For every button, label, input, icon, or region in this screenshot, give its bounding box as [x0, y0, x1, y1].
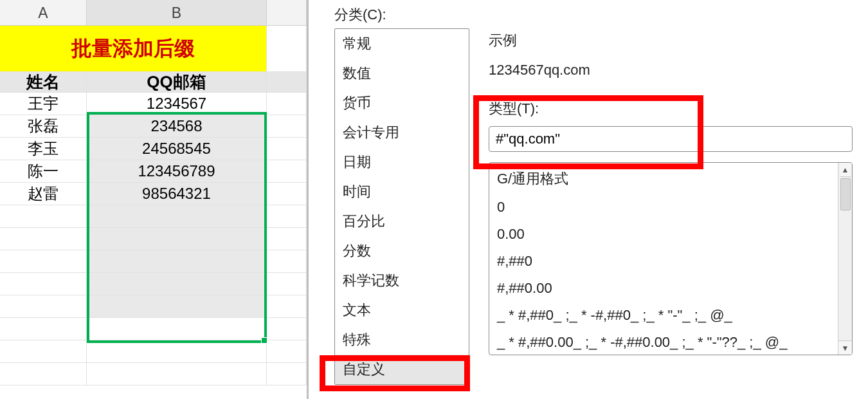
category-item-custom[interactable]: 自定义	[335, 355, 469, 384]
category-item[interactable]: 常规	[335, 29, 469, 59]
cell-name[interactable]: 李玉	[0, 138, 87, 160]
cell-blank[interactable]	[87, 340, 267, 362]
cell-qq[interactable]: 123456789	[87, 160, 267, 182]
spreadsheet-grid[interactable]: 批量添加后缀 姓名 QQ邮箱 王宇 1234567 张磊 234568 李玉 2…	[0, 26, 307, 385]
category-item[interactable]: 文本	[335, 295, 469, 325]
cell-blank[interactable]	[87, 250, 267, 272]
cell-blank[interactable]	[267, 160, 307, 182]
cell-blank[interactable]	[267, 250, 307, 272]
format-preset-list[interactable]: G/通用格式 0 0.00 #,##0 #,##0.00 _ * #,##0_ …	[489, 162, 853, 355]
cell-qq[interactable]: 24568545	[87, 138, 267, 160]
cell-blank[interactable]	[0, 340, 87, 362]
cell-blank[interactable]	[267, 228, 307, 250]
cell-name[interactable]: 王宇	[0, 93, 87, 115]
scroll-thumb[interactable]	[840, 178, 851, 210]
cell-blank[interactable]	[267, 138, 307, 160]
cell-blank[interactable]	[267, 340, 307, 362]
format-preset[interactable]: 0	[489, 194, 852, 221]
format-preset[interactable]: #,##0	[489, 248, 852, 275]
category-item[interactable]: 科学记数	[335, 266, 469, 295]
cell-blank[interactable]	[267, 318, 307, 340]
format-preset[interactable]: G/通用格式	[489, 164, 852, 194]
cell-blank[interactable]	[267, 115, 307, 137]
category-item[interactable]: 日期	[335, 147, 469, 177]
cell-blank[interactable]	[0, 250, 87, 272]
column-headers: A B	[0, 0, 307, 26]
scroll-up-icon[interactable]: ▲	[840, 163, 851, 177]
cell-blank[interactable]	[0, 273, 87, 295]
format-cells-dialog: 分类(C): 常规 数值 货币 会计专用 日期 时间 百分比 分数 科学记数 文…	[309, 0, 868, 399]
cell-blank[interactable]	[267, 205, 307, 227]
type-input[interactable]	[489, 126, 853, 152]
category-item[interactable]: 货币	[335, 88, 469, 118]
sample-label: 示例	[489, 31, 853, 50]
col-header-a[interactable]: A	[0, 0, 87, 25]
format-preset[interactable]: _ * #,##0.00_ ;_ * -#,##0.00_ ;_ * "-"??…	[489, 329, 852, 355]
cell-blank[interactable]	[87, 318, 267, 340]
cell-blank[interactable]	[267, 273, 307, 295]
category-item[interactable]: 分数	[335, 236, 469, 266]
cell-blank[interactable]	[267, 72, 307, 92]
cell-blank[interactable]	[267, 295, 307, 317]
cell-blank[interactable]	[267, 26, 307, 71]
format-preset[interactable]: 0.00	[489, 221, 852, 248]
category-label: 分类(C):	[334, 5, 856, 24]
scrollbar[interactable]: ▲ ▼	[838, 163, 852, 355]
cell-name[interactable]: 陈一	[0, 160, 87, 182]
cell-qq[interactable]: 1234567	[87, 93, 267, 115]
col-header-b[interactable]: B	[87, 0, 267, 25]
header-email[interactable]: QQ邮箱	[87, 72, 267, 92]
cell-qq[interactable]: 98564321	[87, 183, 267, 205]
category-list[interactable]: 常规 数值 货币 会计专用 日期 时间 百分比 分数 科学记数 文本 特殊 自定…	[334, 28, 469, 385]
cell-blank[interactable]	[267, 93, 307, 115]
cell-name[interactable]: 张磊	[0, 115, 87, 137]
category-item[interactable]: 时间	[335, 177, 469, 207]
format-preset[interactable]: #,##0.00	[489, 275, 852, 302]
category-item[interactable]: 会计专用	[335, 118, 469, 147]
cell-blank[interactable]	[267, 183, 307, 205]
cell-blank[interactable]	[0, 318, 87, 340]
cell-qq[interactable]: 234568	[87, 115, 267, 137]
category-item[interactable]: 特殊	[335, 325, 469, 355]
cell-blank[interactable]	[87, 205, 267, 227]
cell-blank[interactable]	[87, 273, 267, 295]
cell-blank[interactable]	[87, 295, 267, 317]
scroll-down-icon[interactable]: ▼	[838, 340, 852, 355]
cell-blank[interactable]	[87, 363, 267, 385]
type-label: 类型(T):	[489, 99, 853, 118]
cell-blank[interactable]	[0, 205, 87, 227]
cell-blank[interactable]	[267, 363, 307, 385]
spreadsheet-pane: A B 批量添加后缀 姓名 QQ邮箱 王宇 1234567 张磊 234568	[0, 0, 309, 399]
category-item[interactable]: 数值	[335, 59, 469, 88]
cell-blank[interactable]	[0, 295, 87, 317]
header-name[interactable]: 姓名	[0, 72, 87, 92]
format-preset[interactable]: _ * #,##0_ ;_ * -#,##0_ ;_ * "-"_ ;_ @_	[489, 302, 852, 329]
col-header-blank[interactable]	[267, 0, 307, 25]
cell-blank[interactable]	[0, 363, 87, 385]
sample-value: 1234567qq.com	[489, 62, 853, 79]
cell-blank[interactable]	[0, 228, 87, 250]
cell-blank[interactable]	[87, 228, 267, 250]
category-item[interactable]: 百分比	[335, 207, 469, 236]
cell-name[interactable]: 赵雷	[0, 183, 87, 205]
title-cell[interactable]: 批量添加后缀	[0, 26, 267, 72]
